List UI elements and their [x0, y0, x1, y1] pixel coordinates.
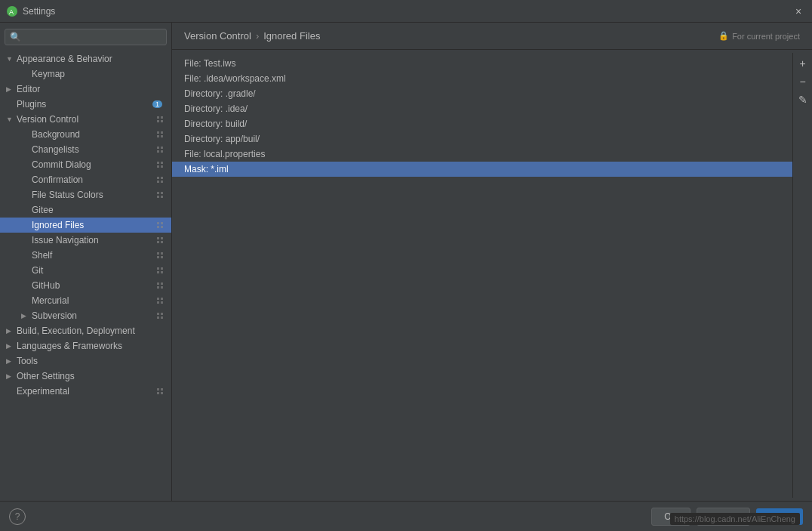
- app-icon: A: [6, 5, 18, 17]
- svg-text:A: A: [9, 8, 14, 16]
- sidebar-item-label: Appearance & Behavior: [17, 54, 165, 64]
- sidebar-item-confirmation[interactable]: Confirmation: [0, 172, 171, 187]
- sidebar-item-label: File Status Colors: [32, 190, 155, 200]
- arrow-icon: ▼: [6, 55, 17, 63]
- file-list-item-test-iws[interactable]: File: Test.iws: [172, 56, 792, 71]
- settings-icon: [155, 174, 165, 185]
- file-list-item-idea-dir[interactable]: Directory: .idea/: [172, 101, 792, 116]
- sidebar-item-keymap[interactable]: Keymap: [0, 66, 171, 82]
- svg-rect-8: [157, 135, 159, 137]
- svg-rect-41: [161, 271, 163, 273]
- sidebar-item-label: Background: [32, 129, 155, 140]
- settings-icon: [155, 129, 165, 140]
- breadcrumb: Version Control › Ignored Files 🔒 For cu…: [172, 23, 812, 50]
- settings-icon: [155, 250, 165, 261]
- svg-rect-15: [161, 162, 163, 164]
- project-icon: 🔒: [718, 31, 729, 41]
- settings-icon: [155, 114, 165, 125]
- sidebar-item-editor[interactable]: ▶Editor: [0, 82, 171, 97]
- file-list-item-local-properties[interactable]: File: local.properties: [172, 147, 792, 162]
- settings-icon: [155, 235, 165, 245]
- svg-rect-54: [157, 388, 159, 391]
- sidebar-item-build-exec[interactable]: ▶Build, Execution, Deployment: [0, 323, 171, 338]
- arrow-icon: ▶: [6, 342, 17, 350]
- sidebar-item-label: Mercurial: [32, 295, 155, 306]
- svg-rect-3: [161, 116, 163, 119]
- svg-rect-55: [161, 388, 163, 391]
- sidebar-item-plugins[interactable]: Plugins1: [0, 97, 171, 112]
- content-area: Version Control › Ignored Files 🔒 For cu…: [172, 23, 812, 501]
- sidebar-item-mercurial[interactable]: Mercurial: [0, 293, 171, 308]
- file-list-item-mask-iml[interactable]: Mask: *.iml: [172, 162, 792, 177]
- svg-rect-39: [161, 267, 163, 270]
- window-title: Settings: [23, 6, 791, 17]
- sidebar-item-label: Shelf: [32, 250, 155, 261]
- edit-button[interactable]: ✎: [795, 92, 810, 107]
- sidebar-item-label: Issue Navigation: [32, 235, 155, 245]
- settings-icon: [155, 310, 165, 321]
- svg-rect-35: [161, 252, 163, 255]
- file-list-item-build-dir[interactable]: Directory: build/: [172, 116, 792, 131]
- svg-rect-42: [157, 282, 159, 285]
- svg-rect-36: [157, 256, 159, 258]
- settings-icon: [155, 386, 165, 397]
- breadcrumb-parent: Version Control: [184, 30, 251, 42]
- sidebar-item-shelf[interactable]: Shelf: [0, 248, 171, 263]
- sidebar-item-subversion[interactable]: ▶Subversion: [0, 308, 171, 323]
- settings-icon: [155, 159, 165, 170]
- svg-rect-19: [161, 177, 163, 179]
- sidebar-item-github[interactable]: GitHub: [0, 278, 171, 293]
- sidebar-item-appearance[interactable]: ▼Appearance & Behavior: [0, 51, 171, 66]
- sidebar-item-label: Version Control: [17, 114, 155, 125]
- sidebar-item-commit-dialog[interactable]: Commit Dialog: [0, 157, 171, 172]
- svg-rect-43: [161, 282, 163, 285]
- svg-rect-5: [161, 120, 163, 122]
- sidebar-item-git[interactable]: Git: [0, 263, 171, 278]
- settings-icon: [155, 265, 165, 276]
- svg-rect-45: [161, 286, 163, 289]
- sidebar-item-languages[interactable]: ▶Languages & Frameworks: [0, 338, 171, 353]
- sidebar-item-other-settings[interactable]: ▶Other Settings: [0, 369, 171, 384]
- arrow-icon: ▶: [6, 357, 17, 365]
- sidebar-item-label: Commit Dialog: [32, 159, 155, 170]
- sidebar-item-label: Build, Execution, Deployment: [17, 326, 165, 336]
- sidebar-item-version-control[interactable]: ▼Version Control: [0, 112, 171, 127]
- svg-rect-57: [161, 392, 163, 394]
- svg-rect-46: [157, 298, 159, 300]
- svg-rect-7: [161, 131, 163, 134]
- sidebar-item-file-status-colors[interactable]: File Status Colors: [0, 187, 171, 202]
- add-button[interactable]: +: [795, 56, 810, 71]
- main-container: ▼Appearance & BehaviorKeymap▶EditorPlugi…: [0, 23, 812, 501]
- sidebar-item-experimental[interactable]: Experimental: [0, 384, 171, 399]
- sidebar-item-ignored-files[interactable]: Ignored Files: [0, 218, 171, 233]
- svg-rect-25: [161, 196, 163, 198]
- watermark: https://blog.cadn.net/AliEnCheng: [670, 513, 800, 525]
- file-list-item-workspace-xml[interactable]: File: .idea/workspace.xml: [172, 71, 792, 86]
- svg-rect-23: [161, 192, 163, 194]
- list-actions: + − ✎: [792, 53, 812, 498]
- sidebar-item-tools[interactable]: ▶Tools: [0, 353, 171, 369]
- svg-rect-10: [157, 147, 159, 149]
- remove-button[interactable]: −: [795, 74, 810, 89]
- svg-rect-4: [157, 120, 159, 122]
- sidebar-item-issue-navigation[interactable]: Issue Navigation: [0, 233, 171, 248]
- search-input[interactable]: [5, 29, 167, 45]
- close-button[interactable]: ×: [791, 4, 806, 19]
- settings-icon: [155, 280, 165, 291]
- breadcrumb-separator: ›: [256, 30, 259, 42]
- svg-rect-27: [161, 222, 163, 224]
- svg-rect-53: [161, 316, 163, 319]
- sidebar-item-label: Git: [32, 265, 155, 276]
- project-info-text: For current project: [732, 32, 800, 41]
- svg-rect-11: [161, 147, 163, 149]
- svg-rect-28: [157, 226, 159, 228]
- file-list-item-gradle-dir[interactable]: Directory: .gradle/: [172, 86, 792, 101]
- sidebar-item-background[interactable]: Background: [0, 127, 171, 142]
- help-button[interactable]: ?: [9, 508, 26, 525]
- settings-icon: [155, 295, 165, 306]
- sidebar-item-label: Gitee: [32, 205, 165, 215]
- file-list-item-app-buil-dir[interactable]: Directory: app/buil/: [172, 131, 792, 147]
- svg-rect-16: [157, 165, 159, 168]
- sidebar-item-changelists[interactable]: Changelists: [0, 142, 171, 157]
- sidebar-item-gitee[interactable]: Gitee: [0, 202, 171, 218]
